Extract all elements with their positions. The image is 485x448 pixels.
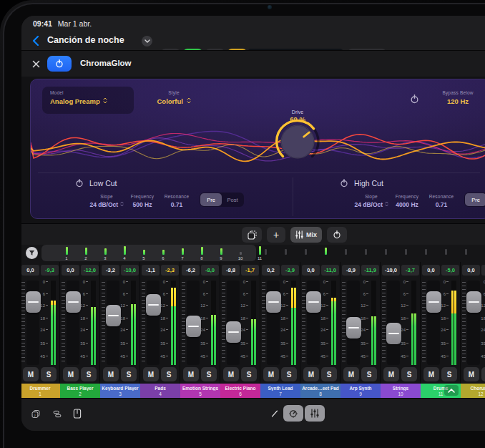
pre-segment[interactable]: Pre [465,193,485,206]
track-label[interactable]: Synth Lead 7 [260,384,300,398]
controls-view-button[interactable] [283,405,303,422]
peak-display[interactable]: -2,3 [161,265,179,276]
mute-button[interactable]: M [464,367,479,381]
track-label[interactable]: Emotion Strings 5 [180,384,220,398]
track-label[interactable]: Strings 10 [381,384,421,398]
mixer-power-button[interactable] [327,227,347,243]
track-label[interactable]: Arp Synth 9 [341,384,381,398]
fader-handle[interactable] [466,291,481,313]
track-label[interactable]: Bass Player 2 [60,384,100,398]
volume-display[interactable]: -1,1 [142,265,160,276]
high-cut-resonance[interactable]: Resonance 0.71 [423,194,460,208]
peak-display[interactable] [481,265,485,276]
fader-handle[interactable] [226,321,241,343]
peak-display[interactable]: -11,9 [361,265,379,276]
peak-display[interactable]: -1,7 [241,265,259,276]
solo-button[interactable]: S [321,367,337,381]
high-cut-power-icon[interactable] [340,179,348,188]
peak-display[interactable]: -3,9 [281,265,299,276]
mute-button[interactable]: M [103,367,119,381]
volume-display[interactable]: -3,2 [102,265,119,276]
volume-display[interactable]: -6,2 [182,265,200,276]
mixer-view-button[interactable] [305,405,325,422]
project-menu-button[interactable] [142,36,152,47]
peak-display[interactable]: -11,0 [321,265,339,276]
browser-button[interactable] [49,405,66,422]
plugin-power-button[interactable] [47,56,72,72]
solo-button[interactable]: S [361,367,377,381]
mute-button[interactable]: M [63,367,79,381]
low-cut-resonance[interactable]: Resonance 0.71 [158,194,195,208]
solo-button[interactable]: S [441,367,457,381]
model-selector[interactable]: Model Analog Preamp [42,87,134,114]
solo-button[interactable]: S [41,367,57,381]
solo-button[interactable]: S [81,367,97,381]
fader-handle[interactable] [346,317,361,339]
play-surface-button[interactable] [69,405,86,422]
solo-button[interactable]: S [481,367,485,381]
peak-display[interactable]: -8,0 [201,265,219,276]
high-cut-pre-post-toggle[interactable]: Pre Post [464,193,485,207]
fader-handle[interactable] [106,305,121,326]
track-label[interactable]: Electric Piano 6 [220,384,260,398]
fader-handle[interactable] [426,291,441,313]
fader-handle[interactable] [146,294,161,316]
mute-button[interactable]: M [303,367,319,381]
mute-button[interactable]: M [343,367,359,381]
solo-button[interactable]: S [121,367,137,381]
mute-button[interactable]: M [223,367,239,381]
close-plugin-button[interactable] [30,58,41,69]
peak-display[interactable]: -3,7 [401,265,419,276]
fader-handle[interactable] [386,323,401,344]
mix-view-button[interactable]: Mix [290,227,322,243]
loops-browser-button[interactable]: ♪ [27,405,44,422]
mute-button[interactable]: M [263,367,279,381]
collapse-button[interactable] [444,385,459,396]
low-cut-frequency[interactable]: Frequency 500 Hz [122,194,162,208]
low-cut-power-icon[interactable] [75,179,84,188]
volume-display[interactable]: 0,0 [422,265,440,276]
low-cut-pre-post-toggle[interactable]: Pre Post [200,193,244,207]
mute-button[interactable]: M [383,367,399,381]
peak-display[interactable]: -12,0 [81,265,99,276]
edit-tool-button[interactable] [266,405,283,422]
peak-display[interactable]: -10,0 [121,265,139,276]
solo-button[interactable]: S [281,367,297,381]
solo-button[interactable]: S [161,367,177,381]
back-button[interactable] [29,34,41,47]
fader-track[interactable] [147,281,160,365]
pre-segment[interactable]: Pre [200,193,222,206]
style-selector[interactable]: Style Colorful [144,90,204,105]
channel-components-button[interactable] [242,227,262,243]
bypass-power-icon[interactable] [410,94,419,104]
post-segment[interactable]: Post [222,193,243,206]
mute-button[interactable]: M [23,367,39,381]
bypass-below-control[interactable]: Bypass Below 120 Hz [426,90,485,105]
volume-display[interactable]: 0,0 [462,265,480,276]
track-label[interactable]: Arcade…eet Pad 8 [300,384,341,398]
add-track-button[interactable]: + [267,227,285,243]
level-control[interactable]: Level 0.0 [478,90,485,105]
volume-display[interactable]: 0,2 [262,265,280,276]
track-label[interactable]: Pads 4 [140,384,180,398]
fader-handle[interactable] [186,316,201,337]
peak-display[interactable]: -9,3 [41,265,59,276]
fader-handle[interactable] [266,291,281,313]
mute-button[interactable]: M [143,367,159,381]
volume-display[interactable]: 0,0 [302,265,320,276]
track-label[interactable]: Drums 11 [421,384,461,398]
peak-display[interactable]: -5,0 [441,265,459,276]
mute-button[interactable]: M [183,367,199,381]
volume-display[interactable]: -8,9 [342,265,360,276]
fader-handle[interactable] [306,291,321,313]
track-label[interactable]: Chorus V 12 [461,384,485,398]
volume-display[interactable]: -8,8 [222,265,240,276]
solo-button[interactable]: S [241,367,257,381]
fader-handle[interactable] [26,291,41,313]
volume-display[interactable]: 0,0 [21,265,39,276]
solo-button[interactable]: S [201,367,217,381]
fader-handle[interactable] [66,291,81,313]
drive-knob[interactable] [272,116,323,167]
solo-button[interactable]: S [401,367,417,381]
mute-button[interactable]: M [423,367,439,381]
